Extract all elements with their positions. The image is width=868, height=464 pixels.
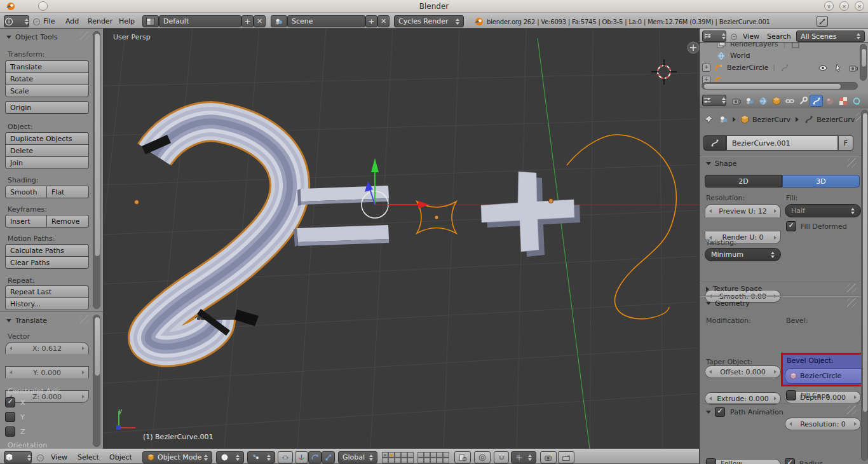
properties-editor-type-button[interactable] [702, 95, 726, 106]
tool-shelf-scrollbar-thumb[interactable] [94, 33, 100, 257]
workspace-selector[interactable]: Default [159, 15, 241, 27]
step-right-icon[interactable] [82, 371, 85, 374]
outliner-menu-view[interactable]: View [743, 32, 759, 41]
menu-render[interactable]: Render [88, 17, 112, 25]
cross-origin-dot[interactable] [549, 199, 553, 203]
layer-cell[interactable] [424, 458, 430, 463]
window-resize-grip[interactable] [817, 16, 828, 27]
layer-cell[interactable] [417, 458, 424, 463]
object-tools-panel-header[interactable]: Object Tools [6, 33, 57, 41]
follow-row[interactable]: Follow [706, 458, 743, 464]
follow-checkbox[interactable] [706, 458, 716, 464]
tab-object-data-active[interactable] [810, 95, 823, 107]
manipulator-x-arrow[interactable] [418, 201, 429, 208]
constraint-x-row[interactable]: X [5, 397, 25, 407]
viewport-shading-selector[interactable] [216, 451, 244, 463]
outliner-hscrollbar[interactable] [702, 82, 858, 90]
bezier-curve-001-object[interactable] [142, 121, 290, 346]
region-expand-widget[interactable] [688, 42, 699, 53]
repeat-last-button[interactable]: Repeat Last [5, 285, 89, 297]
datablock-type-button[interactable] [703, 135, 726, 151]
constraint-x-checkbox[interactable] [5, 397, 15, 407]
constraint-z-checkbox[interactable] [5, 426, 15, 437]
constraint-z-row[interactable]: Z [5, 426, 25, 437]
layer-cell[interactable] [382, 452, 388, 458]
insert-keyframe-button[interactable]: Insert [5, 215, 47, 228]
tab-physics[interactable] [850, 95, 863, 106]
viewport-3d[interactable]: User Persp y (1) BezierCurve.001 [104, 29, 699, 449]
lock-to-scene-button[interactable] [454, 451, 471, 463]
layer-cell[interactable] [430, 452, 437, 458]
fill-mode-selector[interactable]: Half [785, 204, 861, 217]
layers-grid-1[interactable] [382, 452, 414, 463]
fill-deformed-row[interactable]: Fill Deformed [786, 221, 847, 231]
path-animation-checkbox[interactable] [715, 407, 725, 417]
breadcrumb-data[interactable]: BezierCurv [817, 116, 855, 124]
bevel-object-field[interactable]: BezierCircle [785, 368, 868, 384]
viewport-editor-type-button[interactable] [4, 451, 32, 463]
smooth-button[interactable]: Smooth [5, 186, 47, 198]
scene-icon[interactable] [719, 114, 729, 125]
tab-render[interactable] [729, 95, 743, 106]
remove-keyframe-button[interactable]: Remove [47, 215, 89, 228]
breadcrumb-object[interactable]: BezierCurv [752, 116, 790, 124]
step-left-icon[interactable] [10, 371, 12, 374]
layer-cell[interactable] [443, 458, 449, 463]
scene-icon-button[interactable] [271, 15, 287, 27]
screen-layout-icon-button[interactable] [142, 15, 159, 27]
operator-panel-scrollbar[interactable] [93, 315, 100, 447]
scene-delete-button[interactable]: ✕ [377, 15, 390, 27]
outliner-filter-selector[interactable]: All Scenes [796, 31, 865, 42]
history-button[interactable]: History... [5, 297, 89, 310]
origin-button[interactable]: Origin [5, 101, 89, 114]
vector-y-slider[interactable]: Y: 0.000 [5, 366, 89, 378]
fill-caps-row[interactable]: Fill Caps [786, 390, 829, 400]
calculate-paths-button[interactable]: Calculate Paths [5, 244, 89, 256]
scene-selector[interactable]: Scene [287, 15, 365, 27]
tab-modifiers[interactable] [796, 95, 810, 106]
translate-manipulator-button[interactable] [295, 451, 308, 463]
window-minimize-button[interactable]: ∨ [824, 1, 834, 11]
manipulator-y-arrow[interactable] [371, 158, 379, 172]
shape-3d-button[interactable]: 3D [782, 175, 860, 188]
duplicate-objects-button[interactable]: Duplicate Objects [5, 132, 89, 144]
layer-cell[interactable] [401, 452, 407, 458]
fill-deformed-checkbox[interactable] [786, 221, 796, 231]
panel-grip[interactable] [80, 31, 90, 41]
layer-cell[interactable] [437, 452, 443, 458]
mode-selector[interactable]: Object Mode [142, 451, 212, 463]
scale-manipulator-button[interactable] [322, 451, 335, 463]
render-opengl-button[interactable] [540, 451, 557, 463]
constraint-y-row[interactable]: Y [5, 412, 25, 422]
step-right-icon[interactable] [774, 370, 776, 374]
outliner-row-world[interactable]: World [716, 50, 868, 61]
offset-slider[interactable]: Offset: 0.000 [705, 365, 781, 378]
outliner-vscrollbar-thumb[interactable] [861, 48, 867, 67]
delete-button[interactable]: Delete [5, 144, 89, 156]
tool-shelf-scrollbar[interactable] [93, 31, 100, 309]
panel-grip[interactable] [847, 158, 857, 168]
constraint-y-checkbox[interactable] [5, 412, 15, 422]
rotate-manipulator-button[interactable] [308, 451, 322, 463]
layer-cell[interactable] [407, 458, 414, 463]
layer-cell-active[interactable] [388, 452, 395, 458]
layer-cell[interactable] [395, 452, 401, 458]
panel-grip[interactable] [847, 406, 857, 415]
step-left-icon[interactable] [789, 422, 792, 426]
texture-space-panel-header[interactable]: Texture Space [706, 285, 762, 293]
rotate-button[interactable]: Rotate [5, 72, 89, 85]
expand-icon[interactable] [702, 64, 710, 72]
layer-cell[interactable] [437, 458, 443, 463]
scene-add-button[interactable]: + [365, 15, 377, 27]
renderable-camera-icon[interactable] [848, 63, 858, 73]
panel-grip[interactable] [80, 315, 90, 324]
path-animation-panel-header[interactable]: Path Animation [706, 407, 783, 417]
step-left-icon[interactable] [709, 370, 712, 374]
bevel-resolution-slider[interactable]: Resolution: 0 [785, 418, 861, 430]
layer-cell[interactable] [401, 458, 407, 463]
menu-add[interactable]: Add [65, 17, 79, 25]
clear-paths-button[interactable]: Clear Paths [5, 256, 89, 269]
layer-cell[interactable] [382, 458, 388, 463]
layer-cell[interactable] [388, 458, 395, 463]
workspace-delete-button[interactable]: ✕ [254, 15, 266, 27]
